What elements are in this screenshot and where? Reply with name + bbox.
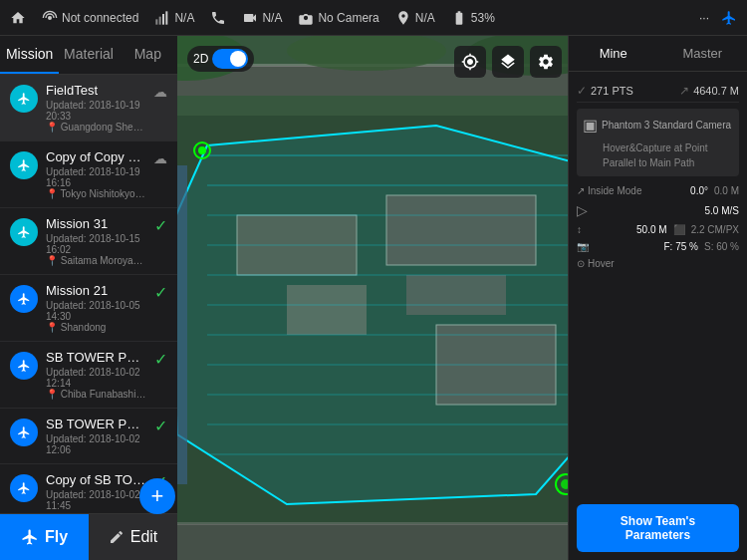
mission-icon	[10, 419, 38, 446]
svg-point-0	[48, 16, 52, 20]
param-speed: ▷ 5.0 M/S	[577, 199, 739, 221]
2d-toggle-switch[interactable]	[212, 49, 248, 69]
mission-badge: ✓	[154, 216, 167, 235]
video-label: N/A	[262, 11, 282, 25]
sidebar: Mission Material Map FieldTest Updated: …	[0, 36, 177, 560]
mission-location: 📍 Chiba Funabashi-Shi Suzumicho	[46, 389, 146, 400]
mission-info: Mission 21 Updated: 2018-10-05 14:30 📍 S…	[46, 283, 146, 333]
badge-check: ✓	[154, 284, 167, 301]
mission-date: Updated: 2018-10-02 12:06	[46, 433, 146, 455]
show-params-button[interactable]: Show Team's Parameters	[577, 504, 739, 552]
video-status: N/A	[242, 10, 282, 26]
mission-list: FieldTest Updated: 2018-10-19 20:33 📍 Gu…	[0, 75, 177, 513]
signal-status: N/A	[154, 10, 194, 26]
add-mission-button[interactable]: +	[139, 478, 175, 514]
path-mode: Parallel to Main Path	[603, 155, 733, 170]
mission-location: 📍 Saitama Moroyama-Machi, Iruma-...	[46, 255, 146, 266]
mission-item[interactable]: FieldTest Updated: 2018-10-19 20:33 📍 Gu…	[0, 75, 177, 141]
param-inside-mode: ↗ Inside Mode 0.0° 0.0 M	[577, 182, 739, 199]
layers-button[interactable]	[492, 46, 524, 78]
mission-icon	[10, 151, 38, 179]
tab-mission[interactable]: Mission	[0, 36, 59, 74]
mission-name: Copy of Copy of TKU 1	[46, 149, 145, 164]
connection-status: Not connected	[42, 10, 138, 26]
toggle-knob	[230, 51, 246, 67]
mission-badge: ☁	[153, 83, 167, 101]
fly-button[interactable]: Fly	[0, 514, 89, 560]
mission-date: Updated: 2018-10-05 14:30	[46, 300, 146, 322]
camera-name: Phantom 3 Standard Camera	[602, 119, 731, 133]
home-button[interactable]	[10, 10, 26, 26]
svg-rect-4	[166, 11, 168, 24]
pts-label: 271 PTS	[591, 85, 633, 97]
map-right-controls	[454, 46, 562, 78]
param-altitude: ↕ 50.0 M ⬛ 2.2 CM/PX	[577, 221, 739, 238]
camera-status: No Camera	[298, 10, 378, 26]
mission-info: Copy of Copy of TKU 1 Updated: 2018-10-1…	[46, 149, 145, 199]
mission-name: SB TOWER POI 4	[46, 350, 146, 365]
plane-icon[interactable]	[721, 10, 737, 26]
edit-button[interactable]: Edit	[89, 514, 177, 560]
gsd-value: 2.2 CM/PX	[691, 224, 739, 235]
2d-label: 2D	[193, 52, 208, 66]
mission-icon	[10, 285, 38, 313]
param-overlap: 📷 F: 75 % S: 60 %	[577, 238, 739, 255]
svg-rect-40	[177, 522, 568, 525]
sidebar-tabs: Mission Material Map	[0, 36, 177, 75]
signal-label: N/A	[174, 11, 194, 25]
front-overlap: F: 75 %	[664, 241, 698, 252]
mission-badge: ✓	[154, 417, 167, 435]
mission-item[interactable]: Mission 31 Updated: 2018-10-15 16:02 📍 S…	[0, 208, 177, 275]
tab-master[interactable]: Master	[658, 36, 748, 71]
svg-rect-16	[386, 195, 536, 265]
sidebar-bottom: Fly Edit	[0, 513, 177, 560]
mission-item[interactable]: Copy of Copy of TKU 1 Updated: 2018-10-1…	[0, 141, 177, 208]
param-section: ↗ Inside Mode 0.0° 0.0 M ▷ 5.0 M/S	[577, 182, 739, 272]
mission-name: FieldTest	[46, 83, 145, 98]
badge-cloud: ☁	[153, 84, 167, 100]
map-area[interactable]: 2D	[177, 36, 568, 560]
svg-point-34	[198, 146, 206, 154]
2d-toggle-container[interactable]: 2D	[187, 46, 254, 72]
mission-info: FieldTest Updated: 2018-10-19 20:33 📍 Gu…	[46, 83, 145, 133]
camera-info: ▣ Phantom 3 Standard Camera Hover&Captur…	[577, 109, 739, 176]
inside-mode-m: 0.0 M	[714, 185, 739, 196]
param-hover: ⊙ Hover	[577, 255, 739, 272]
mission-item[interactable]: SB TOWER POI 4 Updated: 2018-10-02 12:14…	[0, 342, 177, 409]
badge-check: ✓	[154, 418, 167, 434]
tab-mine[interactable]: Mine	[569, 36, 658, 71]
hover-label: Hover	[588, 258, 615, 269]
svg-rect-2	[159, 16, 161, 24]
tab-map[interactable]: Map	[119, 36, 177, 74]
mission-info: Mission 31 Updated: 2018-10-15 16:02 📍 S…	[46, 216, 146, 266]
svg-marker-12	[177, 126, 568, 504]
mission-icon	[10, 352, 38, 380]
settings-button[interactable]	[530, 46, 562, 78]
gps-status: N/A	[395, 10, 435, 26]
map-top-controls: 2D	[187, 46, 254, 72]
more-button[interactable]: ···	[699, 11, 709, 25]
distance-value: 4640.7 M	[693, 85, 739, 97]
mission-item[interactable]: SB TOWER POI 3 Updated: 2018-10-02 12:06…	[0, 409, 177, 464]
mission-location: 📍 Shandong	[46, 322, 146, 333]
mission-icon	[10, 85, 38, 113]
phone-status	[210, 10, 226, 26]
mission-info: SB TOWER POI 4 Updated: 2018-10-02 12:14…	[46, 350, 146, 400]
badge-check: ✓	[154, 217, 167, 234]
main-layout: Mission Material Map FieldTest Updated: …	[0, 36, 747, 560]
svg-rect-21	[177, 165, 187, 484]
camera-label: No Camera	[318, 11, 378, 25]
mission-name: SB TOWER POI 3	[46, 417, 146, 431]
mission-location: 📍 Tokyo Nishitokyo-Shi Midoricho	[46, 188, 145, 199]
panel-tabs: Mine Master	[569, 36, 747, 72]
mission-item[interactable]: Mission 21 Updated: 2018-10-05 14:30 📍 S…	[0, 275, 177, 342]
recenter-button[interactable]	[454, 46, 486, 78]
fly-label: Fly	[45, 528, 68, 546]
mission-info: SB TOWER POI 3 Updated: 2018-10-02 12:06	[46, 417, 146, 455]
mission-name: Mission 21	[46, 283, 146, 298]
mission-date: Updated: 2018-10-15 16:02	[46, 233, 146, 255]
tab-material[interactable]: Material	[59, 36, 118, 74]
mission-badge: ✓	[154, 350, 167, 369]
gps-label: N/A	[415, 11, 435, 25]
mission-location: 📍 Guangdong Shenzhen	[46, 122, 145, 133]
